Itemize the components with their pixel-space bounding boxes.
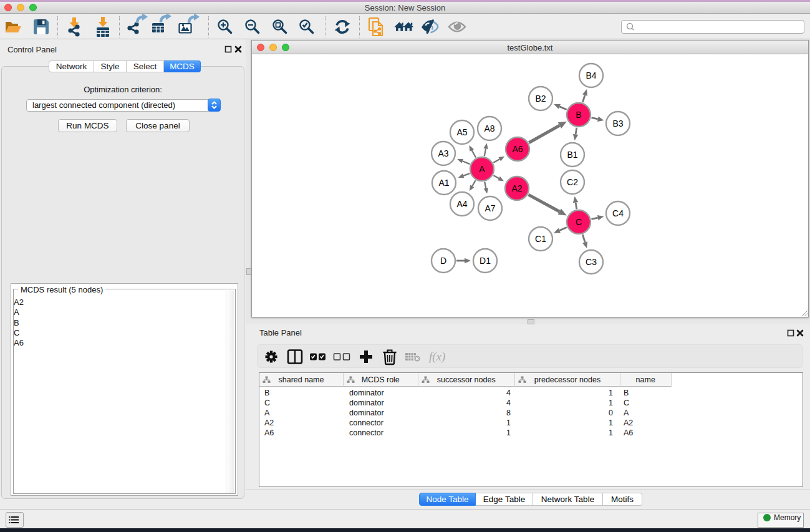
svg-text:D1: D1 — [480, 256, 491, 266]
svg-text:f(x): f(x) — [429, 350, 445, 364]
svg-text:D: D — [440, 256, 446, 266]
svg-text:C2: C2 — [567, 177, 578, 187]
svg-text:C3: C3 — [586, 257, 597, 267]
svg-text:B1: B1 — [567, 150, 577, 160]
svg-text:A7: A7 — [485, 203, 495, 213]
svg-text:B3: B3 — [612, 118, 623, 128]
svg-text:A2: A2 — [511, 183, 522, 193]
svg-text:C: C — [576, 217, 582, 227]
svg-text:B4: B4 — [586, 70, 596, 80]
svg-text:A: A — [479, 164, 485, 174]
svg-text:A8: A8 — [484, 123, 494, 133]
svg-text:A5: A5 — [456, 127, 467, 137]
svg-text:A3: A3 — [438, 148, 448, 158]
svg-text:A1: A1 — [438, 178, 449, 188]
svg-text:B: B — [576, 110, 581, 120]
svg-text:C1: C1 — [535, 234, 546, 244]
svg-text:A4: A4 — [456, 199, 467, 209]
svg-text:C4: C4 — [612, 208, 624, 218]
svg-text:A6: A6 — [512, 144, 523, 154]
svg-text:B2: B2 — [535, 94, 546, 104]
